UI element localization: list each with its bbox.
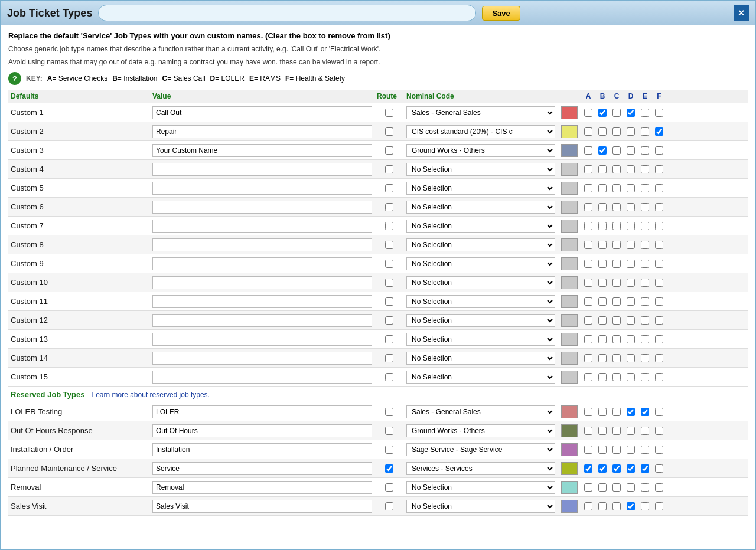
check-d[interactable] xyxy=(627,109,635,117)
check-f[interactable] xyxy=(655,260,663,268)
check-d[interactable] xyxy=(627,483,635,492)
route-checkbox[interactable] xyxy=(385,146,393,155)
check-a[interactable] xyxy=(584,146,592,155)
check-e[interactable] xyxy=(641,165,649,173)
route-checkbox[interactable] xyxy=(385,203,393,211)
check-f[interactable] xyxy=(655,297,663,306)
check-f[interactable] xyxy=(655,427,663,435)
check-d[interactable] xyxy=(627,165,635,173)
check-d[interactable] xyxy=(627,446,635,454)
check-b[interactable] xyxy=(598,464,607,473)
check-f[interactable] xyxy=(655,222,663,230)
nominal-select[interactable]: No SelectionSales - General SalesCIS cos… xyxy=(406,500,555,513)
check-b[interactable] xyxy=(598,354,607,362)
route-checkbox[interactable] xyxy=(385,427,393,435)
check-d[interactable] xyxy=(627,335,635,343)
route-checkbox[interactable] xyxy=(385,446,393,454)
check-a[interactable] xyxy=(584,408,592,416)
row-value-input[interactable] xyxy=(152,201,372,214)
check-d[interactable] xyxy=(627,222,635,230)
check-b[interactable] xyxy=(598,279,607,287)
check-b[interactable] xyxy=(598,127,607,136)
check-a[interactable] xyxy=(584,373,592,381)
check-f[interactable] xyxy=(655,316,663,325)
check-c[interactable] xyxy=(612,109,621,117)
nominal-select[interactable]: No SelectionSales - General SalesCIS cos… xyxy=(406,481,555,494)
check-f[interactable] xyxy=(655,354,663,362)
check-a[interactable] xyxy=(584,222,592,230)
check-f[interactable] xyxy=(655,165,663,173)
check-e[interactable] xyxy=(641,483,649,492)
route-checkbox[interactable] xyxy=(385,297,393,306)
check-e[interactable] xyxy=(641,222,649,230)
check-f[interactable] xyxy=(655,279,663,287)
nominal-select[interactable]: No SelectionSales - General SalesCIS cos… xyxy=(406,276,555,289)
check-e[interactable] xyxy=(641,203,649,211)
check-e[interactable] xyxy=(641,335,649,343)
nominal-select[interactable]: No SelectionSales - General SalesCIS cos… xyxy=(406,333,555,346)
check-c[interactable] xyxy=(612,483,621,492)
check-a[interactable] xyxy=(584,483,592,492)
nominal-select[interactable]: No SelectionSales - General SalesCIS cos… xyxy=(406,106,555,119)
row-value-input[interactable] xyxy=(152,295,372,308)
check-b[interactable] xyxy=(598,241,607,249)
check-e[interactable] xyxy=(641,279,649,287)
check-c[interactable] xyxy=(612,127,621,136)
check-e[interactable] xyxy=(641,446,649,454)
route-checkbox[interactable] xyxy=(385,502,393,510)
nominal-select[interactable]: No SelectionSales - General SalesCIS cos… xyxy=(406,144,555,157)
route-checkbox[interactable] xyxy=(385,408,393,416)
check-d[interactable] xyxy=(627,184,635,192)
close-button[interactable]: ✕ xyxy=(734,5,749,21)
row-value-input[interactable] xyxy=(152,371,372,384)
row-value-input[interactable] xyxy=(152,144,372,157)
row-value-input[interactable] xyxy=(152,352,372,365)
nominal-select[interactable]: No SelectionSales - General SalesCIS cos… xyxy=(406,443,555,456)
nominal-select[interactable]: No SelectionSales - General SalesCIS cos… xyxy=(406,405,555,418)
check-a[interactable] xyxy=(584,464,592,473)
route-checkbox[interactable] xyxy=(385,464,393,473)
search-input[interactable] xyxy=(98,5,476,21)
check-b[interactable] xyxy=(598,316,607,325)
check-c[interactable] xyxy=(612,279,621,287)
check-b[interactable] xyxy=(598,222,607,230)
check-c[interactable] xyxy=(612,165,621,173)
check-b[interactable] xyxy=(598,335,607,343)
check-d[interactable] xyxy=(627,146,635,155)
row-value-input[interactable] xyxy=(152,182,372,195)
check-e[interactable] xyxy=(641,354,649,362)
check-e[interactable] xyxy=(641,241,649,249)
check-e[interactable] xyxy=(641,184,649,192)
check-d[interactable] xyxy=(627,260,635,268)
nominal-select[interactable]: No SelectionSales - General SalesCIS cos… xyxy=(406,424,555,437)
route-checkbox[interactable] xyxy=(385,335,393,343)
row-value-input[interactable] xyxy=(152,106,372,119)
check-e[interactable] xyxy=(641,260,649,268)
check-e[interactable] xyxy=(641,427,649,435)
check-c[interactable] xyxy=(612,464,621,473)
row-value-input[interactable] xyxy=(152,125,372,138)
check-e[interactable] xyxy=(641,373,649,381)
check-c[interactable] xyxy=(612,446,621,454)
check-b[interactable] xyxy=(598,165,607,173)
check-c[interactable] xyxy=(612,408,621,416)
check-d[interactable] xyxy=(627,241,635,249)
check-b[interactable] xyxy=(598,297,607,306)
check-a[interactable] xyxy=(584,335,592,343)
check-a[interactable] xyxy=(584,203,592,211)
check-e[interactable] xyxy=(641,127,649,136)
check-c[interactable] xyxy=(612,502,621,510)
check-e[interactable] xyxy=(641,316,649,325)
check-d[interactable] xyxy=(627,427,635,435)
check-c[interactable] xyxy=(612,297,621,306)
check-f[interactable] xyxy=(655,203,663,211)
check-a[interactable] xyxy=(584,502,592,510)
nominal-select[interactable]: No SelectionSales - General SalesCIS cos… xyxy=(406,371,555,384)
row-value-input[interactable] xyxy=(152,276,372,289)
check-e[interactable] xyxy=(641,109,649,117)
route-checkbox[interactable] xyxy=(385,165,393,173)
check-c[interactable] xyxy=(612,146,621,155)
check-a[interactable] xyxy=(584,316,592,325)
check-f[interactable] xyxy=(655,408,663,416)
nominal-select[interactable]: No SelectionSales - General SalesCIS cos… xyxy=(406,201,555,214)
